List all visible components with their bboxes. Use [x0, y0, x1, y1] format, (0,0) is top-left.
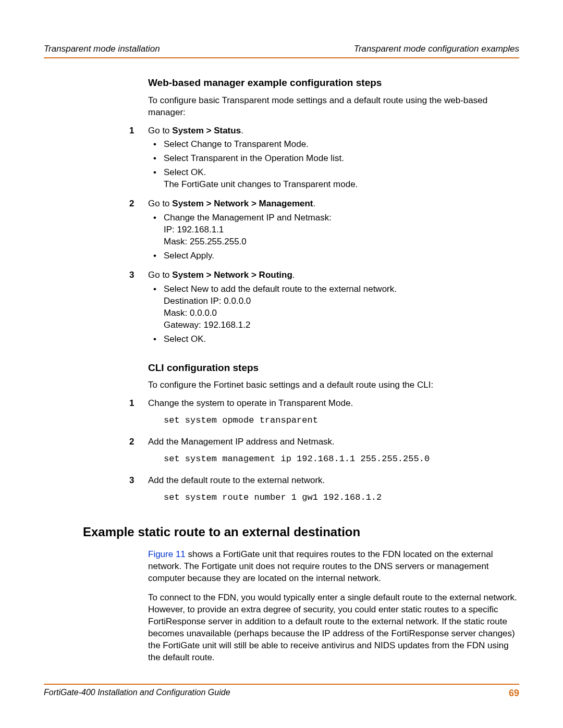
- bullet-item: Select OK.The FortiGate unit changes to …: [148, 167, 519, 191]
- step-instruction: Go to System > Network > Routing.: [148, 269, 519, 281]
- bullet-subline: Mask: 0.0.0.0: [164, 307, 519, 319]
- content-body: Web-based manager example configuration …: [148, 76, 519, 664]
- step-body: Add the Management IP address and Netmas…: [148, 436, 519, 472]
- cli-command: set system opmode transparent: [164, 415, 519, 427]
- bullet-item: Select Change to Transparent Mode.: [148, 139, 519, 151]
- bullet-item: Change the Management IP and Netmask:IP:…: [148, 212, 519, 248]
- step-body: Change the system to operate in Transpar…: [148, 398, 519, 433]
- step-body: Go to System > Network > Management.Chan…: [148, 198, 519, 266]
- static-para-2: To connect to the FDN, you would typical…: [148, 592, 519, 664]
- bullet-item: Select Apply.: [148, 250, 519, 262]
- section-title-static: Example static route to an external dest…: [83, 524, 519, 540]
- static-para-1: Figure 11 shows a FortiGate unit that re…: [148, 549, 519, 585]
- step-body: Add the default route to the external ne…: [148, 475, 519, 510]
- step-number: 2: [129, 198, 148, 210]
- bullet-item: Select New to add the default route to t…: [148, 283, 519, 331]
- step-instruction: Go to System > Status.: [148, 125, 519, 137]
- footer-row: FortiGate-400 Installation and Configura…: [44, 688, 519, 699]
- bullet-item: Select Transparent in the Operation Mode…: [148, 153, 519, 165]
- figure-ref-link[interactable]: Figure 11: [148, 549, 186, 559]
- running-header: Transparent mode installation Transparen…: [44, 44, 519, 57]
- step-bullets: Change the Management IP and Netmask:IP:…: [148, 212, 519, 262]
- step-instruction: Add the default route to the external ne…: [148, 475, 519, 487]
- cli-step: 2Add the Management IP address and Netma…: [148, 436, 519, 472]
- step-instruction: Change the system to operate in Transpar…: [148, 398, 519, 410]
- cli-intro: To configure the Fortinet basic settings…: [148, 379, 519, 391]
- step-number: 1: [129, 125, 148, 137]
- cli-command: set system route number 1 gw1 192.168.1.…: [164, 492, 519, 504]
- step-bullets: Select New to add the default route to t…: [148, 283, 519, 346]
- section-title-cli: CLI configuration steps: [148, 361, 519, 375]
- header-rule: [44, 57, 519, 58]
- web-step: 1Go to System > Status.Select Change to …: [148, 125, 519, 195]
- cli-steps-list: 1Change the system to operate in Transpa…: [148, 398, 519, 510]
- bullet-subline: Gateway: 192.168.1.2: [164, 319, 519, 331]
- step-number: 2: [129, 436, 148, 448]
- bullet-subline: Destination IP: 0.0.0.0: [164, 295, 519, 307]
- web-steps-list: 1Go to System > Status.Select Change to …: [148, 125, 519, 350]
- cli-command: set system management ip 192.168.1.1 255…: [164, 453, 519, 465]
- cli-step: 3Add the default route to the external n…: [148, 475, 519, 510]
- web-step: 3Go to System > Network > Routing.Select…: [148, 269, 519, 350]
- step-number: 1: [129, 398, 148, 410]
- static-p1-tail: shows a FortiGate unit that requires rou…: [148, 549, 493, 583]
- step-instruction: Go to System > Network > Management.: [148, 198, 519, 210]
- bullet-subline: Mask: 255.255.255.0: [164, 236, 519, 248]
- step-instruction: Add the Management IP address and Netmas…: [148, 436, 519, 448]
- step-bullets: Select Change to Transparent Mode.Select…: [148, 139, 519, 191]
- web-step: 2Go to System > Network > Management.Cha…: [148, 198, 519, 266]
- nav-path: System > Status: [172, 126, 241, 135]
- step-number: 3: [129, 475, 148, 487]
- footer-page-number: 69: [509, 688, 519, 699]
- footer-guide-title: FortiGate-400 Installation and Configura…: [44, 688, 230, 699]
- page: Transparent mode installation Transparen…: [0, 0, 563, 728]
- cli-step: 1Change the system to operate in Transpa…: [148, 398, 519, 433]
- web-intro: To configure basic Transparent mode sett…: [148, 95, 519, 119]
- bullet-subline: IP: 192.168.1.1: [164, 224, 519, 236]
- section-title-web: Web-based manager example configuration …: [148, 76, 519, 90]
- bullet-subline: The FortiGate unit changes to Transparen…: [164, 179, 519, 191]
- footer-rule: [44, 684, 519, 685]
- step-number: 3: [129, 269, 148, 281]
- nav-path: System > Network > Routing: [172, 270, 292, 280]
- header-left: Transparent mode installation: [44, 44, 160, 54]
- page-footer: FortiGate-400 Installation and Configura…: [44, 684, 519, 699]
- step-body: Go to System > Status.Select Change to T…: [148, 125, 519, 195]
- bullet-item: Select OK.: [148, 334, 519, 346]
- nav-path: System > Network > Management: [172, 199, 313, 208]
- step-body: Go to System > Network > Routing.Select …: [148, 269, 519, 350]
- header-right: Transparent mode configuration examples: [354, 44, 519, 54]
